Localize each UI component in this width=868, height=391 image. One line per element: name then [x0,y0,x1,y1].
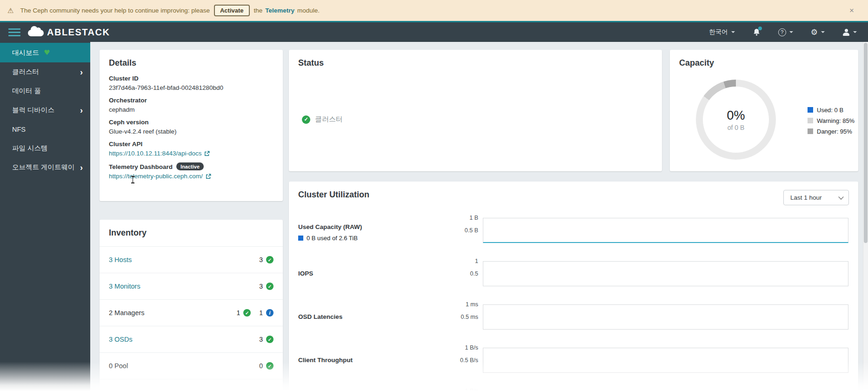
hosts-count: 3 ✓ [259,256,274,263]
banner-text-before: The Ceph community needs your help to co… [20,7,209,14]
time-range-select[interactable]: Last 1 hour [783,190,849,205]
banner-text-middle: the [254,7,263,14]
telemetry-dashboard-link[interactable]: https://telemetry-public.ceph.com/ [109,173,211,180]
check-circle-icon: ✓ [266,283,274,290]
telemetry-banner: ⚠ The Ceph community needs your help to … [0,0,868,21]
inventory-card: Inventory 3 Hosts 3 ✓ 3 Monitors 3 ✓ 2 M… [100,220,283,391]
sidebar-item-filesystem[interactable]: 파일 시스템 [0,139,90,158]
vertical-scrollbar[interactable] [863,42,868,391]
osd-latencies-chart [483,304,848,330]
row-label: IOPS [298,270,313,277]
user-dropdown[interactable] [842,29,857,36]
chevron-down-icon [731,31,735,33]
cluster-health-status: ✓ 클러스터 [302,115,343,124]
sidebar-item-label: 데이터 풀 [12,87,41,95]
language-label: 한국어 [709,28,728,36]
sidebar-item-object-gateway[interactable]: 오브젝트 게이트웨이 › [0,158,90,177]
utilization-row-osd-latencies: OSD Latencies 1 ms 0.5 ms [289,304,858,330]
row-label: Client Throughput [298,357,353,364]
sidebar-item-cluster[interactable]: 클러스터 › [0,62,90,81]
y-tick: 1 B [428,215,478,221]
row-label: OSD Latencies [298,313,342,320]
hosts-link[interactable]: 3 Hosts [109,256,132,263]
banner-text-after: module. [297,7,320,14]
sidebar-item-label: 오브젝트 게이트웨이 [12,163,75,172]
iops-chart [483,261,848,286]
gear-icon: ⚙ [811,28,818,36]
banner-close-icon[interactable]: × [849,6,861,15]
notifications-button[interactable] [753,28,761,36]
sidebar-item-block[interactable]: 블럭 디바이스 › [0,101,90,120]
activate-button[interactable]: Activate [214,5,250,16]
y-tick: 0.5 [428,270,478,277]
client-throughput-chart [483,348,848,373]
used-capacity-chart [483,218,848,243]
check-circle-icon: ✓ [302,115,310,124]
settings-dropdown[interactable]: ⚙ [811,28,825,36]
chevron-right-icon: › [80,106,83,115]
row-legend: 0 B used of 2.6 TiB [298,235,358,242]
y-tick: 1 [428,258,478,264]
capacity-percent: 0% [727,108,745,123]
scrollbar-thumb[interactable] [864,43,868,243]
capacity-total: of 0 B [727,124,745,131]
telemetry-dashboard-text: Telemetry Dashboard [109,163,173,170]
sidebar-item-dashboard[interactable]: 대시보드 ♥ [0,43,90,62]
legend-item-warning: Warning: 85% [808,117,855,124]
check-circle-icon: ✓ [266,336,274,343]
utilization-row-client-throughput: Client Throughput 1 B/s 0.5 B/s [289,348,858,373]
help-icon: ? [778,28,786,36]
cluster-api-url: https://10.10.12.11:8443/api-docs [109,150,201,157]
y-tick: 1 B/s [428,344,478,351]
external-link-icon [204,151,210,156]
osds-count: 3 ✓ [259,336,274,343]
user-icon [842,29,850,36]
sidebar-item-nfs[interactable]: NFS [0,120,90,139]
telemetry-module-link[interactable]: Telemetry [265,7,294,14]
brand-name: ABLESTACK [47,27,110,38]
notification-dot [758,27,762,30]
chevron-right-icon: › [80,163,83,172]
monitors-count: 3 ✓ [259,283,274,290]
cluster-health-label: 클러스터 [315,115,343,124]
language-dropdown[interactable]: 한국어 [709,28,735,36]
inventory-row-osds: 3 OSDs 3 ✓ [100,326,283,352]
pools-count: 0 ✓ [259,362,274,370]
pools-label: 0 Pool [109,362,128,370]
count-value: 3 [259,256,263,263]
monitors-link[interactable]: 3 Monitors [109,283,140,290]
legend-item-used: Used: 0 B [808,106,855,114]
y-tick: 1 ms [428,301,478,308]
sidebar: 대시보드 ♥ 클러스터 › 데이터 풀 블럭 디바이스 › NFS 파일 시스템… [0,42,90,391]
legend-swatch-used [808,107,813,113]
legend-swatch-warning [808,118,813,123]
details-title: Details [100,50,283,68]
count-value: 0 [259,362,263,370]
utilization-row-iops: IOPS 1 0.5 [289,261,858,286]
ceph-dashboard-page: ⚠ The Ceph community needs your help to … [0,0,868,391]
chevron-down-icon [853,31,857,33]
sidebar-item-label: 대시보드 [12,48,39,57]
time-range-value: Last 1 hour [790,194,822,201]
help-dropdown[interactable]: ? [778,28,793,36]
inventory-title: Inventory [100,220,283,238]
sidebar-item-pools[interactable]: 데이터 풀 [0,81,90,101]
cluster-api-link[interactable]: https://10.10.12.11:8443/api-docs [109,150,210,157]
legend-swatch-danger [808,128,813,134]
sidebar-item-label: 블럭 디바이스 [12,106,54,115]
legend-label: 0 B used of 2.6 TiB [307,235,358,242]
status-card: Status ✓ 클러스터 [289,50,662,171]
chevron-right-icon: › [80,68,83,76]
capacity-card: Capacity 0% of 0 B Used: 0 B Warning: 85… [670,50,858,171]
details-card: Details Cluster ID 23f7d46a-7963-11ef-bf… [100,50,283,201]
managers-label: 2 Managers [109,309,145,317]
managers-count: 1 ✓ 1 i [236,309,274,317]
osds-link[interactable]: 3 OSDs [109,336,133,343]
check-circle-icon: ✓ [243,309,251,317]
hamburger-menu-icon[interactable] [8,27,20,38]
row-label: Used Capacity (RAW) [298,223,362,230]
external-link-icon [206,174,211,179]
capacity-title: Capacity [670,50,858,68]
chevron-down-icon [838,194,843,199]
text-cursor [131,176,135,183]
